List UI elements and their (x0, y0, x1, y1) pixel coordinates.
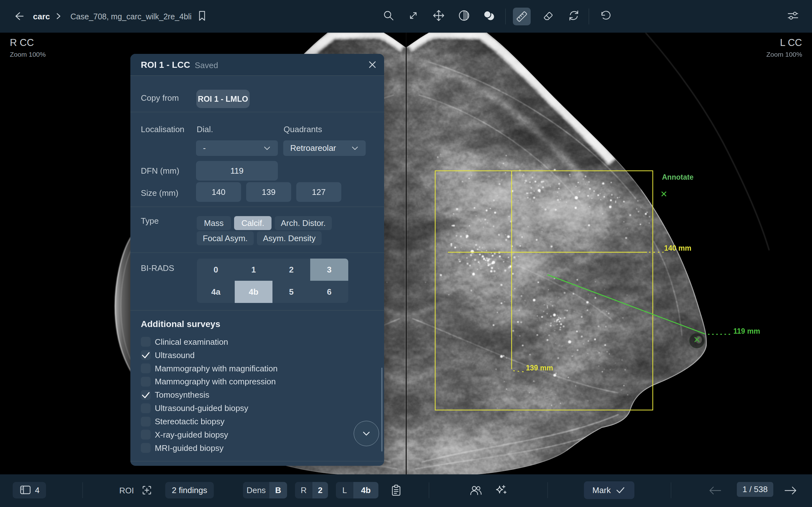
svg-text:139 mm: 139 mm (526, 364, 553, 372)
svg-text:119 mm: 119 mm (733, 327, 760, 335)
svg-text:Annotate: Annotate (662, 173, 694, 181)
svg-text:140 mm: 140 mm (664, 244, 692, 252)
